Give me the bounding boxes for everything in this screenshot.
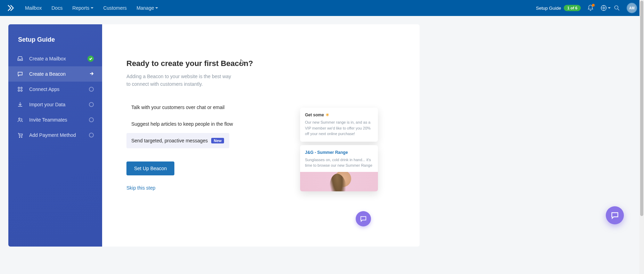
nav-mailbox[interactable]: Mailbox xyxy=(25,5,42,11)
nav-links: Mailbox Docs Reports Customers Manage xyxy=(25,5,158,11)
sidebar-item-import-data[interactable]: Import your Data xyxy=(8,97,102,112)
nav-customers[interactable]: Customers xyxy=(103,5,127,11)
sidebar-item-label: Add Payment Method xyxy=(29,132,83,138)
beacon-preview: Get some ☀ Our new Summer range is in, a… xyxy=(300,108,378,195)
notifications-button[interactable] xyxy=(587,5,594,11)
chevron-down-icon xyxy=(155,7,158,9)
help-button[interactable] xyxy=(600,5,607,11)
feature-chat: Talk with your customers over chat or em… xyxy=(126,100,272,115)
nav-reports[interactable]: Reports xyxy=(72,5,93,11)
status-circle xyxy=(89,117,94,122)
preview-card-2-title: J&G - Summer Range xyxy=(305,150,373,155)
preview-card-1-body: Our new Summer range is in, and as a VIP… xyxy=(305,119,373,137)
status-circle xyxy=(89,102,94,107)
svg-point-4 xyxy=(21,87,23,89)
svg-point-8 xyxy=(19,137,20,138)
preview-card-2-image xyxy=(300,172,378,191)
cart-icon xyxy=(17,132,24,139)
chat-icon xyxy=(17,70,24,77)
search-button[interactable] xyxy=(613,5,620,11)
logo-icon[interactable] xyxy=(7,4,15,12)
svg-point-2 xyxy=(614,6,618,9)
page: Setup Guide Create a Mailbox Create a Be… xyxy=(0,16,644,247)
arrow-right-icon xyxy=(89,71,94,77)
svg-point-5 xyxy=(18,90,20,92)
setup-guide-badge: 1 of 6 xyxy=(564,5,581,11)
scrollbar-thumb[interactable] xyxy=(640,1,643,216)
svg-point-7 xyxy=(19,118,20,120)
svg-point-1 xyxy=(603,7,605,9)
users-icon xyxy=(17,116,24,123)
check-icon xyxy=(88,56,94,62)
page-subtitle: Adding a Beacon to your website is the b… xyxy=(126,73,234,88)
page-heading: Ready to create your first Beacon? xyxy=(126,59,272,68)
scrollbar[interactable] xyxy=(639,0,644,274)
new-badge: New xyxy=(211,138,224,143)
nav-manage[interactable]: Manage xyxy=(137,5,158,11)
nav-reports-label: Reports xyxy=(72,5,89,11)
avatar[interactable]: AM xyxy=(627,3,637,13)
top-nav-right: Setup Guide 1 of 6 AM xyxy=(536,3,637,13)
status-circle xyxy=(89,133,94,138)
sidebar-item-label: Create a Mailbox xyxy=(29,56,82,61)
feature-messages-label: Send targeted, proactive messages xyxy=(131,138,208,143)
preview-card-2-body: Sunglasses on, cold drink in hand... it'… xyxy=(305,157,373,168)
skip-step-link[interactable]: Skip this step xyxy=(126,185,155,191)
preview-card-1-title: Get some ☀ xyxy=(305,113,373,117)
preview-card-2: J&G - Summer Range Sunglasses on, cold d… xyxy=(300,145,378,191)
setup-guide-label: Setup Guide xyxy=(536,6,561,11)
nav-manage-label: Manage xyxy=(137,5,154,11)
download-icon xyxy=(17,101,24,108)
chevron-down-icon xyxy=(608,7,611,9)
apps-icon xyxy=(17,86,24,93)
setup-guide-sidebar: Setup Guide Create a Mailbox Create a Be… xyxy=(8,24,102,247)
sidebar-item-connect-apps[interactable]: Connect Apps xyxy=(8,82,102,97)
chat-fab[interactable] xyxy=(606,206,624,224)
feature-articles: Suggest help articles to keep people in … xyxy=(126,116,272,132)
sidebar-item-create-mailbox[interactable]: Create a Mailbox xyxy=(8,51,102,66)
sidebar-item-label: Connect Apps xyxy=(29,86,83,92)
status-circle xyxy=(89,87,94,92)
svg-point-9 xyxy=(21,137,22,138)
sidebar-title: Setup Guide xyxy=(8,33,102,51)
feature-messages: Send targeted, proactive messages New xyxy=(126,133,229,148)
notification-dot xyxy=(592,4,595,7)
sun-icon: ☀ xyxy=(325,113,329,117)
chevron-down-icon xyxy=(91,7,93,9)
sidebar-item-label: Invite Teammates xyxy=(29,117,83,123)
setup-guide-link[interactable]: Setup Guide 1 of 6 xyxy=(536,5,581,11)
inbox-icon xyxy=(17,55,24,62)
svg-point-6 xyxy=(21,90,23,92)
sidebar-item-invite-teammates[interactable]: Invite Teammates xyxy=(8,112,102,127)
preview-card-1: Get some ☀ Our new Summer range is in, a… xyxy=(300,108,378,142)
svg-point-3 xyxy=(18,87,20,89)
setup-beacon-button[interactable]: Set Up Beacon xyxy=(126,161,174,175)
sidebar-item-create-beacon[interactable]: Create a Beacon xyxy=(8,66,102,82)
top-nav: Mailbox Docs Reports Customers Manage Se… xyxy=(0,0,644,16)
sidebar-item-label: Create a Beacon xyxy=(29,71,83,77)
beacon-preview-fab[interactable] xyxy=(356,211,371,226)
sidebar-item-label: Import your Data xyxy=(29,102,83,107)
main-content: Ready to create your first Beacon? Addin… xyxy=(102,24,420,247)
nav-docs[interactable]: Docs xyxy=(51,5,63,11)
sidebar-item-add-payment[interactable]: Add Payment Method xyxy=(8,127,102,143)
